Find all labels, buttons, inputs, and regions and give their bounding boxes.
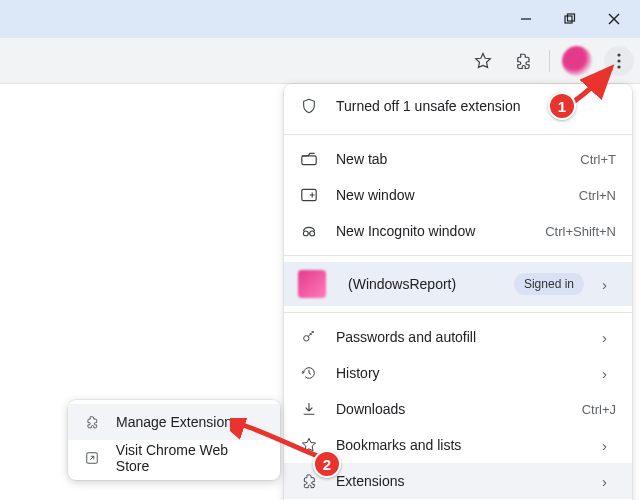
signed-in-badge: Signed in: [514, 273, 584, 295]
menu-label: Downloads: [336, 401, 564, 417]
close-icon: [608, 13, 620, 25]
window-minimize-button[interactable]: [504, 1, 548, 37]
chevron-right-icon: ›: [602, 329, 616, 346]
svg-point-5: [617, 53, 620, 56]
menu-new-incognito[interactable]: New Incognito window Ctrl+Shift+N: [284, 213, 632, 249]
menu-new-window[interactable]: New window Ctrl+N: [284, 177, 632, 213]
svg-point-6: [617, 59, 620, 62]
submenu-label: Manage Extensions: [116, 414, 239, 430]
menu-downloads[interactable]: Downloads Ctrl+J: [284, 391, 632, 427]
menu-new-tab[interactable]: New tab Ctrl+T: [284, 141, 632, 177]
key-icon: [300, 328, 318, 346]
menu-shortcut: Ctrl+T: [580, 152, 616, 167]
submenu-visit-webstore[interactable]: Visit Chrome Web Store: [68, 440, 280, 476]
browser-toolbar: [0, 38, 640, 84]
menu-divider: [284, 255, 632, 256]
svg-rect-8: [302, 156, 316, 165]
svg-rect-1: [565, 16, 572, 23]
menu-label: New window: [336, 187, 561, 203]
more-menu-button[interactable]: [604, 46, 634, 76]
tab-icon: [300, 150, 318, 168]
puzzle-icon: [514, 52, 532, 70]
window-close-button[interactable]: [592, 1, 636, 37]
toolbar-separator: [549, 50, 550, 72]
menu-divider: [284, 134, 632, 135]
more-menu-dropdown: Turned off 1 unsafe extension New tab Ct…: [284, 84, 632, 500]
history-icon: [300, 364, 318, 382]
window-plus-icon: [300, 186, 318, 204]
window-titlebar: [0, 0, 640, 38]
profile-avatar-icon: [298, 270, 326, 298]
svg-point-7: [617, 65, 620, 68]
bookmark-star-button[interactable]: [469, 47, 497, 75]
profile-avatar-button[interactable]: [562, 46, 592, 76]
puzzle-icon: [300, 472, 318, 490]
star-icon: [474, 52, 492, 70]
submenu-label: Visit Chrome Web Store: [116, 442, 264, 474]
profile-name: (WindowsReport): [344, 276, 496, 292]
submenu-manage-extensions[interactable]: Manage Extensions: [68, 404, 280, 440]
chevron-right-icon: ›: [602, 276, 616, 293]
menu-label: New tab: [336, 151, 562, 167]
download-icon: [300, 400, 318, 418]
callout-2: 2: [313, 450, 341, 478]
star-outline-icon: [300, 436, 318, 454]
menu-label: Passwords and autofill: [336, 329, 584, 345]
svg-point-15: [304, 336, 309, 341]
menu-passwords[interactable]: Passwords and autofill ›: [284, 319, 632, 355]
menu-divider: [284, 312, 632, 313]
restore-icon: [564, 13, 576, 25]
menu-shortcut: Ctrl+J: [582, 402, 616, 417]
kebab-icon: [617, 53, 621, 69]
menu-history[interactable]: History ›: [284, 355, 632, 391]
chevron-right-icon: ›: [602, 473, 616, 490]
menu-profile[interactable]: (WindowsReport) Signed in ›: [284, 262, 632, 306]
menu-label: Bookmarks and lists: [336, 437, 584, 453]
svg-point-13: [310, 231, 315, 236]
menu-label: New Incognito window: [336, 223, 527, 239]
puzzle-icon: [84, 414, 100, 430]
menu-shortcut: Ctrl+Shift+N: [545, 224, 616, 239]
chevron-right-icon: ›: [602, 437, 616, 454]
safety-notice-item[interactable]: Turned off 1 unsafe extension: [284, 84, 632, 128]
callout-1: 1: [548, 92, 576, 120]
extensions-button[interactable]: [509, 47, 537, 75]
svg-point-12: [303, 231, 308, 236]
minimize-icon: [520, 13, 532, 25]
incognito-icon: [300, 222, 318, 240]
chevron-right-icon: ›: [602, 365, 616, 382]
open-external-icon: [84, 450, 100, 466]
extensions-submenu: Manage Extensions Visit Chrome Web Store: [68, 400, 280, 480]
svg-rect-2: [568, 14, 575, 21]
window-restore-button[interactable]: [548, 1, 592, 37]
menu-label: Extensions: [336, 473, 584, 489]
menu-label: History: [336, 365, 584, 381]
shield-icon: [300, 97, 318, 115]
menu-shortcut: Ctrl+N: [579, 188, 616, 203]
